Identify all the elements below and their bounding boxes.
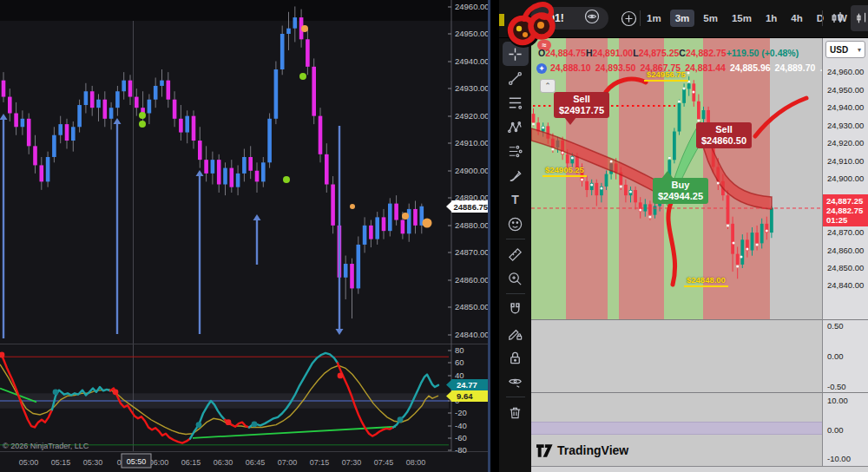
svg-text:24870.00: 24870.00 <box>455 247 490 257</box>
trendline-tool[interactable] <box>503 66 529 90</box>
currency-label: USD <box>830 45 848 55</box>
legend-value: C <box>679 48 686 58</box>
legend-value: +119.50 (+0.48%) <box>727 48 799 58</box>
svg-text:06:45: 06:45 <box>246 458 266 467</box>
rail-separator <box>506 397 525 397</box>
price-axis-label: 24,860.00 <box>827 246 864 255</box>
svg-text:07:30: 07:30 <box>342 458 362 467</box>
svg-text:24860.00: 24860.00 <box>455 275 490 285</box>
legend-value: 24,882.75 <box>686 48 727 58</box>
sticker-logo <box>499 0 570 52</box>
brush-tool[interactable] <box>503 163 529 187</box>
indicator-button-cut[interactable] <box>851 5 868 31</box>
svg-text:07:15: 07:15 <box>310 458 330 467</box>
timeframe-1m[interactable]: 1m <box>641 10 667 27</box>
tv-time-axis-cut[interactable] <box>531 466 868 472</box>
yellow-price-label-2[interactable]: $24956.75 <box>644 69 688 82</box>
svg-text:24960.00: 24960.00 <box>455 2 490 11</box>
svg-text:60: 60 <box>455 357 464 367</box>
price-axis-label: 24,960.00 <box>827 67 864 76</box>
text-tool[interactable]: T <box>503 187 529 212</box>
price-axis-label: 24,840.00 <box>827 280 864 290</box>
emoji-tool[interactable] <box>503 212 529 236</box>
yellow-price-label-3[interactable]: $24848.00 <box>684 275 728 287</box>
tv-main-chart[interactable]: ≈ O24,884.75H24,891.00L24,875.25C24,882.… <box>531 38 822 319</box>
timeframe-1h[interactable]: 1h <box>760 10 782 27</box>
tradingview-logo-icon <box>536 444 553 457</box>
svg-text:08:00: 08:00 <box>406 458 426 467</box>
svg-text:24930.00: 24930.00 <box>455 83 490 93</box>
indicator-pane-3[interactable]: TradingView <box>531 392 822 466</box>
sell-callout-2[interactable]: Sell $24860.50 <box>696 122 752 148</box>
rail-separator <box>506 293 525 294</box>
svg-text:-60: -60 <box>455 433 467 442</box>
svg-text:24880.00: 24880.00 <box>455 220 490 230</box>
svg-text:24910.00: 24910.00 <box>455 138 490 148</box>
svg-text:07:00: 07:00 <box>278 458 298 467</box>
fib-retracement-tool[interactable] <box>503 90 529 115</box>
magnet-tool[interactable] <box>503 297 529 321</box>
timeframe-15m[interactable]: 15m <box>727 10 757 27</box>
price-axis-label: 24,940.00 <box>827 102 864 112</box>
zero-band <box>531 422 822 435</box>
indicator-spark-icon[interactable]: ✦ <box>536 63 547 74</box>
buy-callout[interactable]: Buy $24944.25 <box>653 178 708 204</box>
price-axis-label: 24,920.00 <box>827 138 864 148</box>
svg-text:06:15: 06:15 <box>181 458 201 467</box>
svg-text:24940.00: 24940.00 <box>455 56 490 66</box>
pane2-axis-label: -0.50 <box>827 382 846 391</box>
timeframe-5m[interactable]: 5m <box>698 10 723 27</box>
zoom-in-tool[interactable] <box>503 266 529 291</box>
add-symbol-button[interactable] <box>619 7 638 30</box>
eye-icon[interactable] <box>584 9 600 28</box>
legend-value: 24,891.00 <box>592 48 633 58</box>
remove-drawings-tool[interactable] <box>503 400 529 424</box>
timeframe-4h[interactable]: 4h <box>786 10 807 27</box>
pane3-axis-label: 0.00 <box>827 425 844 435</box>
svg-text:06:00: 06:00 <box>149 458 169 467</box>
ninjatrader-chart-canvas[interactable]: 24960.0024950.0024940.0024930.0024920.00… <box>0 0 490 472</box>
currency-selector[interactable]: USD ▾ <box>825 41 865 58</box>
hide-drawings-tool[interactable] <box>503 370 529 394</box>
tv-drawing-toolrail: T <box>499 38 531 466</box>
sell-callout-title: Sell <box>701 124 746 135</box>
drawing-mode-lock-tool[interactable] <box>503 321 529 345</box>
price-axis-label: 24,900.00 <box>827 174 864 183</box>
price-axis-label: 24,950.00 <box>827 85 864 95</box>
svg-text:07:45: 07:45 <box>374 458 394 467</box>
svg-text:-20: -20 <box>455 408 467 417</box>
svg-text:9.64: 9.64 <box>457 391 473 401</box>
legend-value: 24,889.70 <box>775 62 816 73</box>
svg-text:80: 80 <box>455 345 464 355</box>
sell-callout-price: $24860.50 <box>701 135 746 147</box>
svg-text:24.77: 24.77 <box>457 380 477 390</box>
sell-callout-1[interactable]: Sell $24917.75 <box>554 92 609 118</box>
buy-callout-title: Buy <box>658 180 703 191</box>
yellow-price-label-1[interactable]: $24905.25 <box>542 165 587 177</box>
price-axis-label: 24,850.00 <box>827 263 864 272</box>
legend-value: 24,888.10 <box>550 62 591 73</box>
xabcd-pattern-tool[interactable] <box>503 115 529 139</box>
pane-separator <box>823 392 868 393</box>
svg-text:40: 40 <box>455 370 464 380</box>
long-position-tool[interactable] <box>503 139 529 163</box>
svg-text:24886.75: 24886.75 <box>454 202 489 212</box>
badge-line: 24,887.25 <box>826 196 868 206</box>
toolbar-divider <box>640 10 641 26</box>
legend-value: 24,881.44 <box>685 62 726 73</box>
timeframe-3m[interactable]: 3m <box>670 10 695 27</box>
legend-collapse-button[interactable]: ⌃ <box>540 79 556 93</box>
indicator-pane-2[interactable] <box>531 319 822 392</box>
measure-tool[interactable] <box>503 242 529 266</box>
svg-text:24950.00: 24950.00 <box>455 29 490 38</box>
tv-price-axis[interactable]: USD ▾ 24,960.0024,950.0024,940.0024,930.… <box>822 38 868 466</box>
badge-line: 01:25 <box>826 215 868 225</box>
sell-callout-title: Sell <box>559 94 604 105</box>
legend-value: 24,893.50 <box>595 62 636 73</box>
chart-type-candles-icon[interactable] <box>827 7 848 30</box>
svg-text:24920.00: 24920.00 <box>455 111 490 121</box>
current-price-badge: 24,887.2524,882.7501:25 <box>823 194 868 226</box>
legend-value: 24,875.25 <box>639 48 680 58</box>
lock-drawings-tool[interactable] <box>503 345 529 370</box>
callout-tail <box>564 117 576 125</box>
